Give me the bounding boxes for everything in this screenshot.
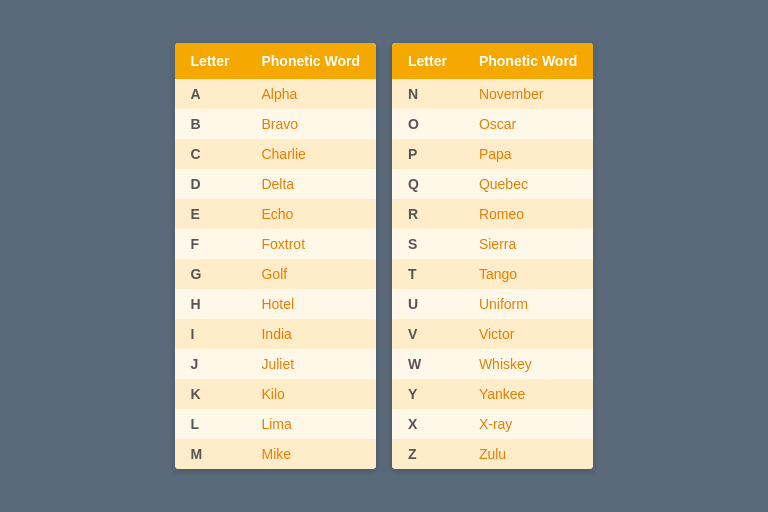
table-left: LetterPhonetic WordAAlphaBBravoCCharlieD… <box>175 43 376 469</box>
table-row: UUniform <box>392 289 593 319</box>
letter-cell: P <box>392 139 463 169</box>
letter-cell: X <box>392 409 463 439</box>
table-row: GGolf <box>175 259 376 289</box>
table-row: XX-ray <box>392 409 593 439</box>
phonetic-word-cell: Romeo <box>463 199 594 229</box>
table-row: WWhiskey <box>392 349 593 379</box>
table-row: OOscar <box>392 109 593 139</box>
table-row: AAlpha <box>175 79 376 109</box>
letter-cell: Y <box>392 379 463 409</box>
table-row: TTango <box>392 259 593 289</box>
phonetic-word-cell: X-ray <box>463 409 594 439</box>
letter-cell: H <box>175 289 246 319</box>
letter-cell: I <box>175 319 246 349</box>
table-row: NNovember <box>392 79 593 109</box>
table-row: IIndia <box>175 319 376 349</box>
letter-cell: D <box>175 169 246 199</box>
table-row: EEcho <box>175 199 376 229</box>
letter-cell: S <box>392 229 463 259</box>
letter-header: Letter <box>392 43 463 79</box>
phonetic-word-cell: Foxtrot <box>245 229 376 259</box>
phonetic-word-cell: Echo <box>245 199 376 229</box>
letter-cell: U <box>392 289 463 319</box>
table-row: LLima <box>175 409 376 439</box>
table-right: LetterPhonetic WordNNovemberOOscarPPapaQ… <box>392 43 593 469</box>
phonetic-word-cell: Papa <box>463 139 594 169</box>
table-row: FFoxtrot <box>175 229 376 259</box>
letter-cell: G <box>175 259 246 289</box>
table-row: PPapa <box>392 139 593 169</box>
table-row: CCharlie <box>175 139 376 169</box>
page-container: LetterPhonetic WordAAlphaBBravoCCharlieD… <box>159 27 610 485</box>
phonetic-word-header: Phonetic Word <box>245 43 376 79</box>
letter-cell: C <box>175 139 246 169</box>
letter-cell: M <box>175 439 246 469</box>
phonetic-word-cell: Victor <box>463 319 594 349</box>
table-row: ZZulu <box>392 439 593 469</box>
phonetic-word-cell: Lima <box>245 409 376 439</box>
phonetic-word-cell: November <box>463 79 594 109</box>
table-row: YYankee <box>392 379 593 409</box>
table-row: BBravo <box>175 109 376 139</box>
phonetic-word-cell: Golf <box>245 259 376 289</box>
phonetic-table-1: LetterPhonetic WordAAlphaBBravoCCharlieD… <box>175 43 376 469</box>
table-row: KKilo <box>175 379 376 409</box>
letter-cell: Q <box>392 169 463 199</box>
letter-cell: B <box>175 109 246 139</box>
letter-cell: E <box>175 199 246 229</box>
phonetic-word-cell: Whiskey <box>463 349 594 379</box>
letter-cell: F <box>175 229 246 259</box>
letter-cell: R <box>392 199 463 229</box>
table-row: DDelta <box>175 169 376 199</box>
letter-cell: Z <box>392 439 463 469</box>
phonetic-word-cell: Juliet <box>245 349 376 379</box>
letter-cell: J <box>175 349 246 379</box>
phonetic-word-cell: India <box>245 319 376 349</box>
letter-cell: N <box>392 79 463 109</box>
phonetic-word-cell: Hotel <box>245 289 376 319</box>
letter-cell: V <box>392 319 463 349</box>
letter-header: Letter <box>175 43 246 79</box>
phonetic-word-cell: Zulu <box>463 439 594 469</box>
phonetic-word-cell: Kilo <box>245 379 376 409</box>
table-row: HHotel <box>175 289 376 319</box>
phonetic-word-cell: Charlie <box>245 139 376 169</box>
table-row: JJuliet <box>175 349 376 379</box>
letter-cell: L <box>175 409 246 439</box>
phonetic-word-cell: Yankee <box>463 379 594 409</box>
phonetic-table-2: LetterPhonetic WordNNovemberOOscarPPapaQ… <box>392 43 593 469</box>
phonetic-word-cell: Sierra <box>463 229 594 259</box>
phonetic-word-cell: Alpha <box>245 79 376 109</box>
letter-cell: W <box>392 349 463 379</box>
letter-cell: T <box>392 259 463 289</box>
phonetic-word-header: Phonetic Word <box>463 43 594 79</box>
table-row: RRomeo <box>392 199 593 229</box>
phonetic-word-cell: Tango <box>463 259 594 289</box>
table-row: VVictor <box>392 319 593 349</box>
letter-cell: A <box>175 79 246 109</box>
phonetic-word-cell: Oscar <box>463 109 594 139</box>
letter-cell: O <box>392 109 463 139</box>
table-row: MMike <box>175 439 376 469</box>
table-row: QQuebec <box>392 169 593 199</box>
letter-cell: K <box>175 379 246 409</box>
phonetic-word-cell: Delta <box>245 169 376 199</box>
phonetic-word-cell: Quebec <box>463 169 594 199</box>
table-row: SSierra <box>392 229 593 259</box>
phonetic-word-cell: Uniform <box>463 289 594 319</box>
phonetic-word-cell: Bravo <box>245 109 376 139</box>
phonetic-word-cell: Mike <box>245 439 376 469</box>
